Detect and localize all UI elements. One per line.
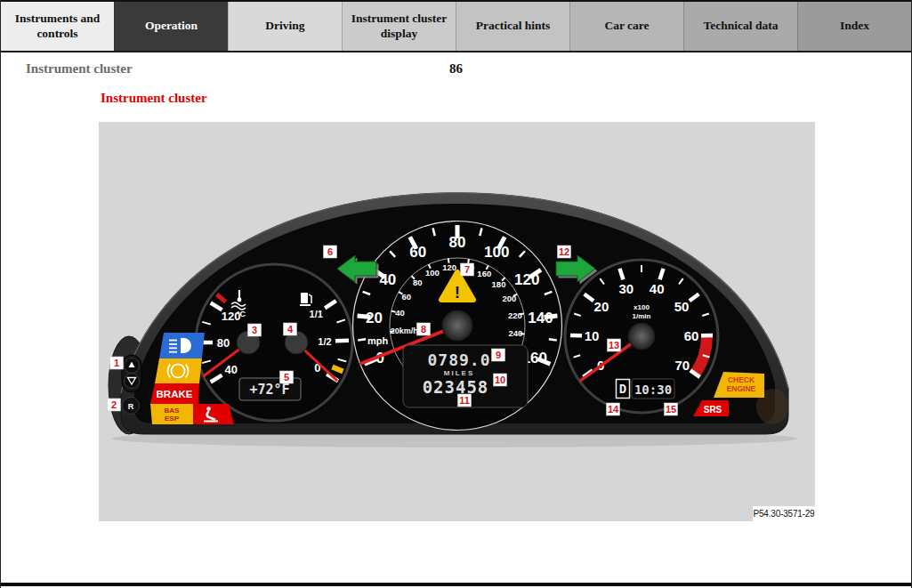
callout-3: 3	[248, 324, 262, 336]
callout-number: 7	[464, 264, 470, 275]
bas-label: BAS	[165, 407, 181, 415]
callout-11: 11	[458, 394, 472, 407]
callout-7: 7	[461, 263, 474, 276]
tachometer-needle-hub	[628, 323, 655, 350]
callout-2: 2	[108, 399, 121, 411]
rpm-scale-label: 50	[674, 299, 690, 314]
abs-warning-lamp	[155, 358, 202, 383]
reset-button-label: R	[128, 402, 134, 411]
kmh-scale-label: 40	[395, 308, 405, 318]
mph-scale-label: 20	[366, 310, 383, 326]
callout-10: 10	[494, 374, 507, 386]
kmh-scale-label: 240	[509, 328, 523, 338]
tab-technical-data[interactable]: Technical data	[683, 2, 797, 51]
tab-label: Practical hints	[476, 19, 551, 34]
callout-number: 12	[559, 246, 569, 257]
callout-5: 5	[280, 371, 294, 383]
mph-scale-label: 80	[449, 234, 466, 251]
tab-bar: Instruments and controls Operation Drivi…	[1, 0, 911, 52]
odometer-unit-label: MILES	[444, 369, 474, 377]
main-odometer-value: 023458	[423, 377, 489, 397]
rpm-scale-label: 40	[650, 281, 665, 296]
rpm-scale-label: 70	[675, 358, 690, 373]
callout-number: 13	[609, 340, 619, 350]
tab-index[interactable]: Index	[797, 2, 911, 51]
rpm-multiplier-label: x100	[634, 303, 650, 311]
gear-indicator-value: D	[619, 382, 626, 396]
rpm-scale-label: 10	[585, 328, 600, 343]
window-bottom-border	[1, 583, 911, 586]
page-title: Instrument cluster	[101, 91, 207, 106]
callout-number: 1	[114, 358, 119, 368]
tab-car-care[interactable]: Car care	[569, 2, 683, 51]
tab-label: Car care	[604, 19, 649, 34]
rpm-scale-label: 30	[618, 281, 634, 296]
rpm-scale-label: 60	[684, 328, 699, 343]
kmh-first-label: 20km/h	[391, 326, 418, 335]
kmh-scale-label: 100	[425, 268, 440, 278]
mph-scale-label: 40	[379, 271, 396, 288]
callout-13: 13	[608, 339, 621, 351]
callout-number: 11	[459, 395, 470, 406]
outside-temperature-value: +72°F	[249, 382, 289, 398]
callout-12: 12	[558, 246, 571, 258]
fuel-scale-label: 1/1	[310, 309, 323, 319]
rocker-down-button	[125, 374, 140, 389]
temp-scale-label: 80	[217, 336, 230, 350]
trip-odometer-value: 0789.0	[427, 350, 490, 369]
callout-number: 15	[666, 404, 676, 415]
callout-number: 2	[111, 399, 117, 410]
tab-driving[interactable]: Driving	[228, 2, 342, 51]
kmh-scale-label: 220	[508, 310, 522, 320]
brake-lamp-label: BRAKE	[157, 389, 193, 399]
tab-label: Driving	[265, 19, 304, 34]
manual-window: Instruments and controls Operation Drivi…	[0, 0, 912, 588]
temperature-fuel-gauge: 4080120°C01/21/1+72°F	[196, 264, 352, 421]
tab-label: Index	[840, 19, 869, 34]
rpm-scale-label: 20	[594, 299, 609, 314]
rpm-unit-label: 1/min	[633, 312, 651, 320]
warning-exclamation: !	[455, 283, 460, 302]
mph-scale-label: 140	[528, 310, 553, 326]
tab-practical-hints[interactable]: Practical hints	[456, 2, 569, 51]
check-label: CHECK	[728, 375, 755, 384]
callout-1: 1	[110, 357, 124, 369]
mph-unit-label: mph	[367, 335, 389, 346]
page-number: 86	[1, 61, 911, 77]
kmh-scale-label: 160	[477, 269, 491, 278]
engine-label: ENGINE	[727, 384, 756, 393]
callout-number: 10	[495, 375, 505, 385]
tick-mark	[358, 339, 366, 340]
temp-scale-label: 40	[224, 363, 237, 376]
tachometer: 010203040506070x1001/minD10:30	[565, 260, 718, 413]
esp-label: ESP	[165, 415, 180, 423]
callout-number: 4	[287, 324, 294, 334]
tab-label: Operation	[145, 19, 198, 34]
figure-caption: P54.30-3571-29	[754, 509, 815, 519]
callout-9: 9	[492, 349, 505, 361]
kmh-scale-label: 60	[402, 292, 412, 302]
callout-number: 6	[327, 246, 333, 257]
speedometer: 020406080100120140160mph20km/h4060801001…	[353, 222, 562, 431]
kmh-scale-label: 200	[502, 294, 516, 303]
fuel-scale-label: 1/2	[318, 336, 331, 347]
speedometer-needle-hub	[442, 310, 472, 341]
kmh-scale-label: 120	[442, 262, 456, 272]
tab-instrument-cluster-display[interactable]: Instrument cluster display	[342, 2, 456, 51]
callout-14: 14	[607, 403, 620, 415]
tab-label: Technical data	[704, 19, 779, 34]
instrument-cluster-figure: 4080120°C01/21/1+72°F0204060801001201401…	[99, 122, 815, 521]
tick-mark	[549, 339, 557, 340]
instrument-cluster-illustration: 4080120°C01/21/1+72°F0204060801001201401…	[99, 122, 815, 521]
tab-instruments-and-controls[interactable]: Instruments and controls	[1, 2, 114, 51]
tab-label: Instruments and controls	[6, 12, 109, 42]
tab-label: Instrument cluster display	[348, 12, 450, 42]
callout-number: 3	[252, 325, 257, 335]
cluster-buttons: R	[122, 355, 141, 415]
tab-operation[interactable]: Operation	[114, 2, 228, 51]
callout-number: 9	[496, 350, 501, 360]
callout-number: 14	[608, 404, 619, 415]
kmh-scale-label: 80	[413, 278, 423, 287]
callout-6: 6	[324, 246, 337, 258]
temp-unit-label: °C	[237, 310, 246, 318]
